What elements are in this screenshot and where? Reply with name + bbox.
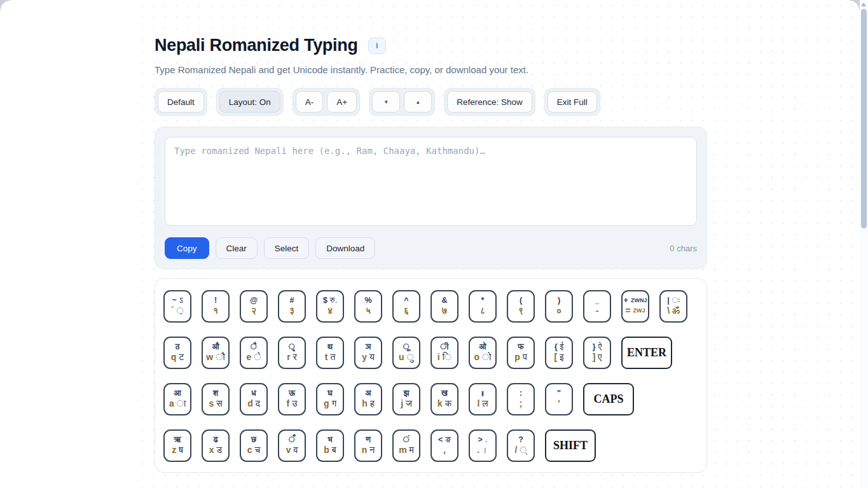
key-normal-line: ३ (289, 306, 294, 316)
typing-input[interactable] (165, 137, 697, 226)
key-quote[interactable]: "' (545, 383, 573, 415)
key-semicolon[interactable]: :; (507, 383, 535, 415)
key-b[interactable]: भbब (316, 429, 344, 462)
scrollbar-thumb[interactable] (861, 9, 867, 228)
key-backslash[interactable]: |◌ः\ॐ (659, 290, 687, 323)
key-u[interactable]: ◌ूu◌ु (392, 337, 420, 369)
key-6[interactable]: ^६ (392, 290, 420, 323)
key-equals[interactable]: +ZWNJ=ZWJ (621, 290, 649, 323)
key-k[interactable]: खkक (431, 383, 458, 415)
key-4[interactable]: $रु.४ (316, 290, 344, 323)
key-p[interactable]: फpप (507, 337, 535, 369)
key-glyph: ६ (404, 306, 409, 316)
key-glyph: व (293, 445, 298, 455)
key-n[interactable]: णnन (354, 429, 382, 462)
key-normal-line: \ॐ (667, 306, 680, 316)
key-q[interactable]: ठqट (163, 337, 191, 369)
key-normal-line: w◌ौ (206, 352, 224, 362)
font-decrease-button[interactable]: A- (296, 91, 324, 113)
key-period[interactable]: >..। (469, 429, 497, 462)
key-glyph: ण (366, 436, 371, 445)
page-title: Nepali Romanized Typing (155, 36, 358, 55)
font-increase-button[interactable]: A+ (327, 91, 357, 113)
key-z[interactable]: ऋzष (163, 429, 191, 462)
key-glyph: ॥ (480, 389, 485, 398)
key-w[interactable]: औw◌ौ (202, 337, 230, 369)
key-glyph: \ (667, 306, 670, 316)
key-o[interactable]: ओo◌ो (469, 337, 497, 369)
key-glyph: ८ (480, 306, 485, 316)
select-button[interactable]: Select (264, 237, 310, 259)
key-normal-line: lल (477, 399, 488, 408)
caret-up-button[interactable]: ▴ (404, 91, 432, 113)
key-glyph: . (477, 445, 479, 455)
key-s[interactable]: शsस (202, 383, 230, 415)
toolbar-group-fullscreen: Exit Full (544, 88, 600, 116)
key-7[interactable]: &७ (431, 290, 458, 323)
key-glyph: { (555, 343, 558, 352)
key-normal-line: nन (362, 445, 375, 455)
key-glyph: l (477, 399, 479, 408)
key-glyph: स (216, 399, 222, 408)
key-caps[interactable]: CAPS (583, 383, 634, 415)
download-button[interactable]: Download (315, 237, 375, 259)
key-shift-line: ~ऽ (172, 296, 183, 305)
layout-toggle-button[interactable]: Layout: On (219, 91, 280, 113)
key-y[interactable]: ञyय (354, 337, 382, 369)
key-glyph: ड (217, 445, 223, 455)
default-theme-button[interactable]: Default (158, 91, 204, 113)
key-comma[interactable]: <ङ, (431, 429, 458, 462)
key-normal-line: a◌ा (169, 399, 186, 408)
key-8[interactable]: *८ (469, 290, 497, 323)
scrollbar[interactable] (860, 0, 868, 488)
key-glyph: इ (560, 352, 564, 362)
key-f[interactable]: ऊfउ (278, 383, 306, 415)
caret-down-button[interactable]: ▾ (372, 91, 400, 113)
key-3[interactable]: #३ (278, 290, 306, 323)
key-glyph: ◌ृ (289, 343, 295, 352)
key-g[interactable]: घgग (316, 383, 344, 415)
key-t[interactable]: थtत (316, 337, 344, 369)
key-i[interactable]: ◌ीi◌ि (431, 337, 458, 369)
key-normal-line: zष (172, 445, 183, 455)
scrollbar-up-arrow-icon[interactable] (861, 3, 866, 6)
key-bracket-left[interactable]: {ई[इ (545, 337, 573, 369)
exit-full-button[interactable]: Exit Full (548, 91, 597, 113)
clear-button[interactable]: Clear (216, 237, 258, 259)
key-grave[interactable]: ~ऽ`◌़ (163, 290, 191, 323)
key-glyph: | (667, 296, 670, 305)
key-bracket-right[interactable]: }ऐ]ए (583, 337, 611, 369)
key-a[interactable]: आa◌ा (163, 383, 191, 415)
key-shift-line: +ZWNJ (624, 296, 647, 305)
info-button[interactable]: i (368, 38, 386, 54)
key-glyph: । (482, 445, 488, 455)
key-2[interactable]: @२ (240, 290, 268, 323)
keyboard-row: ऋzषढxडछcच◌ँvवभbबणnन◌ंmम<ङ,>..।?/◌्SHIFT (163, 429, 698, 462)
key-r[interactable]: ◌ृrर (278, 337, 306, 369)
key-9[interactable]: (९ (507, 290, 535, 323)
key-glyph: ऽ (179, 296, 183, 305)
key-5[interactable]: %५ (354, 290, 382, 323)
keyboard-card: ~ऽ`◌़!१@२#३$रु.४%५^६&७*८(९)०_-+ZWNJ=ZWJ|… (155, 278, 707, 473)
key-v[interactable]: ◌ँvव (278, 429, 306, 462)
key-d[interactable]: धdद (240, 383, 268, 415)
key-minus[interactable]: _- (583, 290, 611, 323)
key-c[interactable]: छcच (240, 429, 268, 462)
copy-button[interactable]: Copy (165, 237, 209, 259)
key-x[interactable]: ढxड (202, 429, 230, 462)
key-e[interactable]: ◌ैe◌े (240, 337, 268, 369)
key-shift-line: }ऐ (593, 343, 602, 352)
key-m[interactable]: ◌ंmम (392, 429, 420, 462)
key-normal-line: bब (324, 445, 336, 455)
key-0[interactable]: )० (545, 290, 573, 323)
key-l[interactable]: ॥lल (469, 383, 497, 415)
key-h[interactable]: अhह (354, 383, 382, 415)
key-enter[interactable]: ENTER (621, 337, 672, 369)
key-slash[interactable]: ?/◌् (507, 429, 535, 462)
key-j[interactable]: झjज (392, 383, 420, 415)
key-glyph: म (410, 445, 414, 455)
key-normal-line: .। (477, 445, 488, 455)
key-1[interactable]: !१ (202, 290, 230, 323)
reference-toggle-button[interactable]: Reference: Show (447, 91, 532, 113)
key-shift[interactable]: SHIFT (545, 429, 596, 462)
